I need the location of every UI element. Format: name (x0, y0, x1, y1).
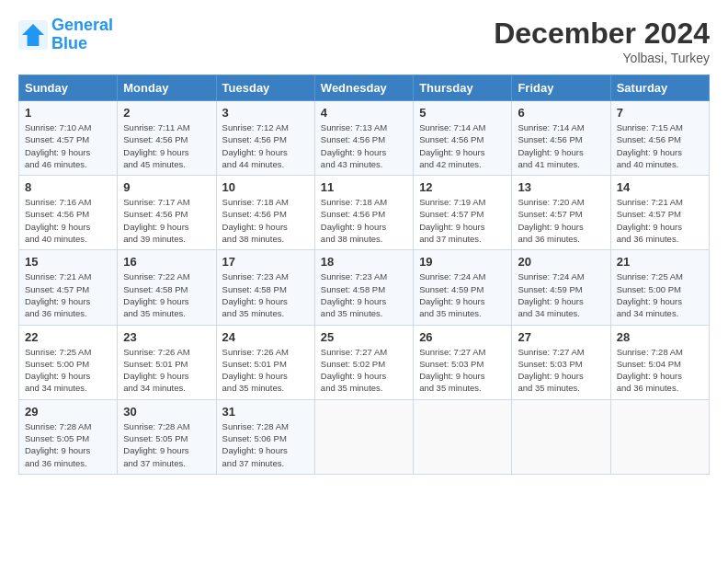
calendar-cell: 29Sunrise: 7:28 AM Sunset: 5:05 PM Dayli… (19, 399, 118, 474)
calendar-cell (414, 399, 512, 474)
day-number: 6 (518, 106, 604, 120)
day-number: 12 (419, 180, 506, 194)
page: General Blue December 2024 Yolbasi, Turk… (0, 0, 728, 563)
day-number: 20 (518, 255, 604, 269)
logo-general: General (51, 16, 113, 34)
day-number: 3 (222, 106, 309, 120)
day-number: 5 (419, 106, 506, 120)
day-info: Sunrise: 7:27 AM Sunset: 5:02 PM Dayligh… (321, 346, 407, 395)
day-number: 30 (123, 405, 210, 419)
day-number: 9 (123, 180, 210, 194)
calendar-cell: 4Sunrise: 7:13 AM Sunset: 4:56 PM Daylig… (314, 101, 413, 176)
day-number: 17 (222, 255, 309, 269)
calendar-cell: 14Sunrise: 7:21 AM Sunset: 4:57 PM Dayli… (610, 176, 709, 250)
title-area: December 2024 Yolbasi, Turkey (494, 17, 710, 65)
calendar-cell (610, 399, 709, 474)
day-info: Sunrise: 7:26 AM Sunset: 5:01 PM Dayligh… (222, 346, 309, 395)
day-number: 8 (25, 180, 111, 194)
day-info: Sunrise: 7:28 AM Sunset: 5:04 PM Dayligh… (617, 346, 703, 395)
calendar-cell: 11Sunrise: 7:18 AM Sunset: 4:56 PM Dayli… (314, 176, 413, 250)
calendar-cell: 10Sunrise: 7:18 AM Sunset: 4:56 PM Dayli… (216, 176, 314, 250)
day-info: Sunrise: 7:21 AM Sunset: 4:57 PM Dayligh… (617, 196, 703, 245)
day-info: Sunrise: 7:17 AM Sunset: 4:56 PM Dayligh… (123, 196, 210, 245)
weekday-header: Wednesday (314, 75, 413, 101)
weekday-header: Monday (118, 75, 216, 101)
header: General Blue December 2024 Yolbasi, Turk… (18, 17, 710, 65)
calendar-cell: 25Sunrise: 7:27 AM Sunset: 5:02 PM Dayli… (314, 325, 413, 399)
day-info: Sunrise: 7:12 AM Sunset: 4:56 PM Dayligh… (222, 121, 309, 170)
calendar-cell: 28Sunrise: 7:28 AM Sunset: 5:04 PM Dayli… (610, 325, 709, 399)
day-info: Sunrise: 7:24 AM Sunset: 4:59 PM Dayligh… (419, 270, 506, 319)
day-number: 13 (518, 180, 604, 194)
calendar-cell: 12Sunrise: 7:19 AM Sunset: 4:57 PM Dayli… (414, 176, 512, 250)
calendar-cell (512, 399, 610, 474)
calendar-cell: 6Sunrise: 7:14 AM Sunset: 4:56 PM Daylig… (512, 101, 610, 176)
day-info: Sunrise: 7:23 AM Sunset: 4:58 PM Dayligh… (321, 270, 407, 319)
calendar-cell: 15Sunrise: 7:21 AM Sunset: 4:57 PM Dayli… (19, 250, 118, 325)
day-number: 4 (321, 106, 407, 120)
day-number: 29 (25, 405, 111, 419)
day-info: Sunrise: 7:23 AM Sunset: 4:58 PM Dayligh… (222, 270, 309, 319)
weekday-header: Tuesday (216, 75, 314, 101)
day-number: 31 (222, 405, 309, 419)
day-info: Sunrise: 7:24 AM Sunset: 4:59 PM Dayligh… (518, 270, 604, 319)
day-info: Sunrise: 7:20 AM Sunset: 4:57 PM Dayligh… (518, 196, 604, 245)
day-number: 14 (617, 180, 703, 194)
calendar-cell: 2Sunrise: 7:11 AM Sunset: 4:56 PM Daylig… (118, 101, 216, 176)
day-info: Sunrise: 7:25 AM Sunset: 5:00 PM Dayligh… (25, 346, 111, 395)
calendar-cell: 23Sunrise: 7:26 AM Sunset: 5:01 PM Dayli… (118, 325, 216, 399)
day-info: Sunrise: 7:19 AM Sunset: 4:57 PM Dayligh… (419, 196, 506, 245)
calendar-cell: 20Sunrise: 7:24 AM Sunset: 4:59 PM Dayli… (512, 250, 610, 325)
calendar-week-row: 1Sunrise: 7:10 AM Sunset: 4:57 PM Daylig… (19, 101, 710, 176)
day-info: Sunrise: 7:14 AM Sunset: 4:56 PM Dayligh… (419, 121, 506, 170)
calendar-cell: 9Sunrise: 7:17 AM Sunset: 4:56 PM Daylig… (118, 176, 216, 250)
calendar-cell: 22Sunrise: 7:25 AM Sunset: 5:00 PM Dayli… (19, 325, 118, 399)
calendar-cell: 24Sunrise: 7:26 AM Sunset: 5:01 PM Dayli… (216, 325, 314, 399)
calendar-cell: 19Sunrise: 7:24 AM Sunset: 4:59 PM Dayli… (414, 250, 512, 325)
day-number: 16 (123, 255, 210, 269)
header-row: SundayMondayTuesdayWednesdayThursdayFrid… (19, 75, 710, 101)
calendar-cell: 18Sunrise: 7:23 AM Sunset: 4:58 PM Dayli… (314, 250, 413, 325)
day-number: 26 (419, 330, 506, 344)
day-number: 21 (617, 255, 703, 269)
day-info: Sunrise: 7:27 AM Sunset: 5:03 PM Dayligh… (419, 346, 506, 395)
calendar-cell: 1Sunrise: 7:10 AM Sunset: 4:57 PM Daylig… (19, 101, 118, 176)
day-info: Sunrise: 7:28 AM Sunset: 5:05 PM Dayligh… (123, 420, 210, 469)
day-number: 7 (617, 106, 703, 120)
day-number: 22 (25, 330, 111, 344)
day-info: Sunrise: 7:13 AM Sunset: 4:56 PM Dayligh… (321, 121, 407, 170)
calendar-cell (314, 399, 413, 474)
day-number: 24 (222, 330, 309, 344)
logo-text: General Blue (51, 17, 113, 53)
logo-blue: Blue (51, 34, 87, 52)
calendar-cell: 8Sunrise: 7:16 AM Sunset: 4:56 PM Daylig… (19, 176, 118, 250)
calendar-cell: 30Sunrise: 7:28 AM Sunset: 5:05 PM Dayli… (118, 399, 216, 474)
day-number: 27 (518, 330, 604, 344)
day-number: 28 (617, 330, 703, 344)
weekday-header: Sunday (19, 75, 118, 101)
day-info: Sunrise: 7:22 AM Sunset: 4:58 PM Dayligh… (123, 270, 210, 319)
calendar-week-row: 15Sunrise: 7:21 AM Sunset: 4:57 PM Dayli… (19, 250, 710, 325)
day-info: Sunrise: 7:16 AM Sunset: 4:56 PM Dayligh… (25, 196, 111, 245)
calendar-cell: 7Sunrise: 7:15 AM Sunset: 4:56 PM Daylig… (610, 101, 709, 176)
day-info: Sunrise: 7:18 AM Sunset: 4:56 PM Dayligh… (222, 196, 309, 245)
calendar-week-row: 29Sunrise: 7:28 AM Sunset: 5:05 PM Dayli… (19, 399, 710, 474)
day-info: Sunrise: 7:27 AM Sunset: 5:03 PM Dayligh… (518, 346, 604, 395)
day-number: 18 (321, 255, 407, 269)
logo: General Blue (18, 17, 113, 53)
day-info: Sunrise: 7:28 AM Sunset: 5:06 PM Dayligh… (222, 420, 309, 469)
day-number: 10 (222, 180, 309, 194)
day-info: Sunrise: 7:28 AM Sunset: 5:05 PM Dayligh… (25, 420, 111, 469)
calendar-cell: 3Sunrise: 7:12 AM Sunset: 4:56 PM Daylig… (216, 101, 314, 176)
weekday-header: Friday (512, 75, 610, 101)
calendar-table: SundayMondayTuesdayWednesdayThursdayFrid… (18, 75, 710, 475)
day-info: Sunrise: 7:11 AM Sunset: 4:56 PM Dayligh… (123, 121, 210, 170)
day-info: Sunrise: 7:25 AM Sunset: 5:00 PM Dayligh… (617, 270, 703, 319)
month-title: December 2024 (494, 17, 710, 51)
calendar-cell: 16Sunrise: 7:22 AM Sunset: 4:58 PM Dayli… (118, 250, 216, 325)
day-info: Sunrise: 7:21 AM Sunset: 4:57 PM Dayligh… (25, 270, 111, 319)
calendar-week-row: 22Sunrise: 7:25 AM Sunset: 5:00 PM Dayli… (19, 325, 710, 399)
weekday-header: Thursday (414, 75, 512, 101)
day-info: Sunrise: 7:18 AM Sunset: 4:56 PM Dayligh… (321, 196, 407, 245)
day-number: 23 (123, 330, 210, 344)
